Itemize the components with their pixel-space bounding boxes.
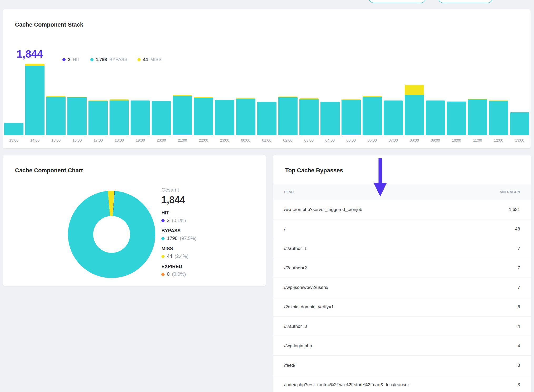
bar-column[interactable]: 12:00 [489,64,508,145]
bar-segment-bypass [46,97,66,135]
x-axis-label: 04:00 [320,135,340,145]
row-count: 3 [518,382,520,388]
bar-column[interactable]: 02:00 [278,64,298,145]
bar-column[interactable]: 22:00 [194,64,213,145]
donut-hole [93,216,130,253]
row-count: 3 [518,363,520,368]
bar-segment-bypass [447,102,466,135]
bar-column[interactable]: 00:00 [236,64,255,145]
bar-segment-bypass [257,102,276,135]
bar-segment-bypass [236,99,255,135]
bar-segment-bypass [25,66,44,135]
stack-legend: 2 HIT 1,798 BYPASS 44 MISS [62,57,162,62]
bar-column[interactable]: 04:00 [320,64,340,145]
bar-segment-bypass [489,101,508,135]
bar-column[interactable]: 16:00 [67,64,87,145]
x-axis-label: 02:00 [278,135,298,145]
bar-column[interactable]: 15:00 [46,64,66,145]
top-button-left[interactable] [368,0,426,3]
x-axis-label: 00:00 [236,135,255,145]
donut-legend-item-bypass: BYPASS 1798 (97.5%) [161,228,196,241]
legend-dot-icon [161,219,165,222]
x-axis-label: 16:00 [67,135,87,145]
x-axis-label: 13:00 [510,135,529,145]
bar-segment-bypass [152,101,171,135]
x-axis-label: 17:00 [88,135,108,145]
bar-column[interactable]: 17:00 [88,64,108,145]
x-axis-label: 03:00 [299,135,319,145]
bar-column[interactable]: 14:00 [25,64,44,145]
bar-column[interactable]: 20:00 [152,64,171,145]
x-axis-label: 06:00 [363,135,382,145]
row-path: /wp-cron.php?server_triggered_cronjob [284,207,368,212]
x-axis-label: 08:00 [405,135,424,145]
row-path: / [284,227,291,232]
bar-segment-bypass [110,100,129,135]
bar-segment-miss [405,85,424,95]
legend-dot-icon [161,255,165,258]
bar-column[interactable]: 21:00 [173,64,192,145]
bar-segment-bypass [468,99,487,135]
row-path: //?author=2 [284,265,312,271]
bar-column[interactable]: 11:00 [468,64,487,145]
x-axis-label: 15:00 [46,135,66,145]
row-count: 4 [518,324,520,329]
bar-column[interactable]: 10:00 [447,64,466,145]
legend-dot-icon [90,58,93,61]
row-path: //wp-login.php [284,343,317,349]
row-count: 7 [518,285,520,290]
bar-segment-bypass [299,99,319,135]
donut-legend-item-miss: MISS 44 (2.4%) [161,246,196,259]
table-row: //wp-login.php4 [273,336,531,356]
bar-segment-bypass [405,95,424,135]
annotation-arrow-down-icon [373,158,387,197]
x-axis-label: 05:00 [342,135,361,145]
row-path: //?author=1 [284,246,312,251]
x-axis-label: 21:00 [173,135,192,145]
bar-column[interactable]: 06:00 [363,64,382,145]
donut-legend-item-expired: EXPIRED 0 (0.0%) [161,264,196,277]
bar-column[interactable]: 23:00 [215,64,234,145]
cache-component-chart-card: Cache Component Chart Gesamt 1,844 HIT 2… [3,155,266,286]
donut-card-title: Cache Component Chart [15,167,83,174]
x-axis-label: 23:00 [215,135,234,145]
table-row: //?author=34 [273,317,531,336]
table-row: //wp-json/wp/v2/users/7 [273,278,531,297]
bar-segment-bypass [342,100,361,135]
legend-dot-icon [62,58,66,61]
bar-column[interactable]: 03:00 [299,64,319,145]
row-count: 1,631 [509,207,520,212]
x-axis-label: 19:00 [131,135,150,145]
bypass-table-body: /wp-cron.php?server_triggered_cronjob1,6… [273,200,531,392]
x-axis-label: 01:00 [257,135,276,145]
donut-legend-items: HIT 2 (0.1%) BYPASS 1798 (97.5%) MISS 44… [161,210,196,277]
bar-column[interactable]: 07:00 [384,64,403,145]
bar-segment-bypass [278,97,298,135]
bar-column[interactable]: 09:00 [426,64,445,145]
bar-segment-bypass [426,100,445,135]
x-axis-label: 09:00 [426,135,445,145]
bar-column[interactable]: 13:00 [510,64,529,145]
table-row: /wp-cron.php?server_triggered_cronjob1,6… [273,200,531,219]
bar-column[interactable]: 19:00 [131,64,150,145]
donut-total-value: 1,844 [161,194,196,205]
x-axis-label: 18:00 [110,135,129,145]
cache-component-stack-card: Cache Component Stack 1,844 2 HIT 1,798 … [3,9,531,149]
top-button-right[interactable] [438,0,493,3]
donut-legend: Gesamt 1,844 HIT 2 (0.1%) BYPASS 1798 (9… [161,187,196,277]
stack-bar-chart: 13:0014:0015:0016:0017:0018:0019:0020:00… [4,64,529,145]
bar-column[interactable]: 18:00 [110,64,129,145]
legend-dot-icon [161,273,165,276]
bar-column[interactable]: 01:00 [257,64,276,145]
x-axis-label: 20:00 [152,135,171,145]
row-count: 7 [518,246,520,251]
legend-dot-icon [161,237,165,240]
bar-column[interactable]: 13:00 [4,64,23,145]
x-axis-label: 12:00 [489,135,508,145]
bar-segment-bypass [88,101,108,135]
bar-column[interactable]: 05:00 [342,64,361,145]
bar-segment-bypass [384,100,403,135]
donut-chart[interactable] [68,191,155,278]
row-path: /index.php?rest_route=%2Fwc%2Fstore%2Fca… [284,382,414,388]
bar-column[interactable]: 08:00 [405,64,424,145]
